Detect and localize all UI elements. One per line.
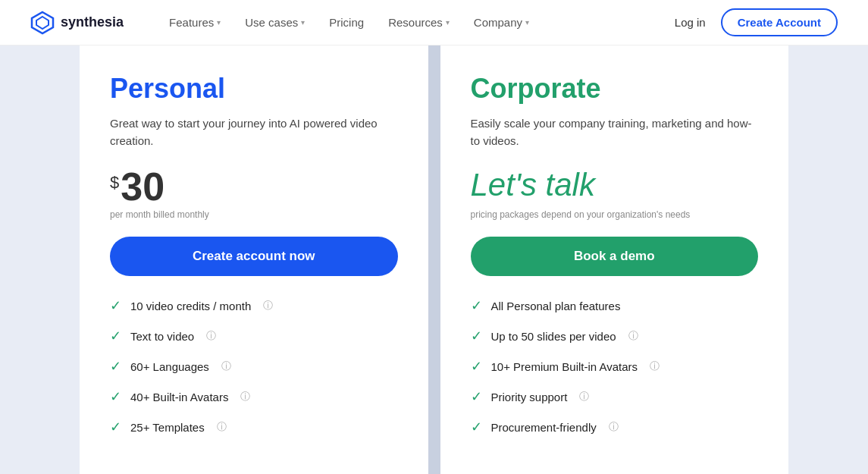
personal-price-value: 30 bbox=[121, 167, 165, 206]
nav-pricing[interactable]: Pricing bbox=[329, 16, 364, 29]
nav-features[interactable]: Features ▾ bbox=[169, 16, 221, 29]
chevron-down-icon: ▾ bbox=[525, 18, 529, 27]
side-panel-left bbox=[0, 46, 80, 474]
svg-marker-1 bbox=[36, 17, 49, 29]
logo[interactable]: synthesia bbox=[30, 11, 124, 35]
corporate-plan-title: Corporate bbox=[471, 73, 759, 105]
check-icon: ✓ bbox=[110, 419, 121, 435]
chevron-down-icon: ▾ bbox=[301, 18, 305, 27]
check-icon: ✓ bbox=[110, 297, 121, 314]
logo-icon bbox=[30, 11, 55, 35]
personal-plan-card: Personal Great way to start your journey… bbox=[80, 46, 428, 474]
personal-feature-1: ✓ Text to video ⓘ bbox=[110, 328, 398, 344]
personal-features-list: ✓ 10 video credits / month ⓘ ✓ Text to v… bbox=[110, 297, 398, 435]
chevron-down-icon: ▾ bbox=[217, 18, 221, 27]
nav-use-cases[interactable]: Use cases ▾ bbox=[245, 16, 305, 29]
create-account-button[interactable]: Create Account bbox=[721, 8, 838, 36]
info-icon[interactable]: ⓘ bbox=[217, 420, 227, 434]
nav-links: Features ▾ Use cases ▾ Pricing Resources… bbox=[169, 16, 675, 29]
corporate-feature-3: ✓ Priority support ⓘ bbox=[471, 388, 759, 405]
info-icon[interactable]: ⓘ bbox=[263, 299, 273, 312]
corporate-feature-2: ✓ 10+ Premium Built-in Avatars ⓘ bbox=[471, 358, 759, 375]
main-content: Personal Great way to start your journey… bbox=[0, 46, 868, 474]
personal-plan-price: $ 30 bbox=[110, 167, 398, 206]
info-icon[interactable]: ⓘ bbox=[206, 329, 216, 343]
logo-text: synthesia bbox=[61, 14, 124, 30]
nav-resources[interactable]: Resources ▾ bbox=[388, 16, 450, 29]
corporate-feature-4: ✓ Procurement-friendly ⓘ bbox=[471, 419, 759, 435]
check-icon: ✓ bbox=[110, 388, 121, 405]
info-icon[interactable]: ⓘ bbox=[650, 359, 660, 373]
check-icon: ✓ bbox=[471, 297, 482, 314]
corporate-plan-card: Corporate Easily scale your company trai… bbox=[440, 46, 789, 474]
corporate-feature-0: ✓ All Personal plan features bbox=[471, 297, 759, 314]
login-button[interactable]: Log in bbox=[675, 16, 706, 29]
personal-plan-desc: Great way to start your journey into AI … bbox=[110, 115, 398, 152]
info-icon[interactable]: ⓘ bbox=[628, 329, 638, 343]
navbar: synthesia Features ▾ Use cases ▾ Pricing… bbox=[0, 0, 868, 46]
nav-company[interactable]: Company ▾ bbox=[474, 16, 529, 29]
corporate-lets-talk: Let's talk bbox=[471, 167, 759, 203]
personal-feature-4: ✓ 25+ Templates ⓘ bbox=[110, 419, 398, 435]
corporate-features-list: ✓ All Personal plan features ✓ Up to 50 … bbox=[471, 297, 759, 435]
personal-feature-3: ✓ 40+ Built-in Avatars ⓘ bbox=[110, 388, 398, 405]
personal-feature-0: ✓ 10 video credits / month ⓘ bbox=[110, 297, 398, 314]
corporate-plan-desc: Easily scale your company training, mark… bbox=[471, 115, 759, 152]
corporate-feature-1: ✓ Up to 50 slides per video ⓘ bbox=[471, 328, 759, 344]
check-icon: ✓ bbox=[471, 328, 482, 344]
check-icon: ✓ bbox=[471, 358, 482, 375]
corporate-lets-talk-note: pricing packages depend on your organiza… bbox=[471, 209, 759, 220]
check-icon: ✓ bbox=[110, 358, 121, 375]
svg-marker-0 bbox=[32, 12, 53, 33]
check-icon: ✓ bbox=[471, 388, 482, 405]
personal-cta-button[interactable]: Create account now bbox=[110, 237, 398, 276]
pricing-container: Personal Great way to start your journey… bbox=[80, 46, 788, 474]
info-icon[interactable]: ⓘ bbox=[240, 390, 250, 403]
personal-price-symbol: $ bbox=[110, 173, 119, 193]
personal-price-note: per month billed monthly bbox=[110, 209, 398, 220]
personal-plan-title: Personal bbox=[110, 73, 398, 105]
check-icon: ✓ bbox=[110, 328, 121, 344]
personal-feature-2: ✓ 60+ Languages ⓘ bbox=[110, 358, 398, 375]
check-icon: ✓ bbox=[471, 419, 482, 435]
corporate-cta-button[interactable]: Book a demo bbox=[471, 237, 759, 276]
nav-actions: Log in Create Account bbox=[675, 8, 838, 36]
info-icon[interactable]: ⓘ bbox=[221, 359, 231, 373]
plan-divider bbox=[428, 46, 440, 474]
side-panel-right bbox=[788, 46, 868, 474]
info-icon[interactable]: ⓘ bbox=[579, 390, 589, 403]
info-icon[interactable]: ⓘ bbox=[609, 420, 619, 434]
chevron-down-icon: ▾ bbox=[446, 18, 450, 27]
